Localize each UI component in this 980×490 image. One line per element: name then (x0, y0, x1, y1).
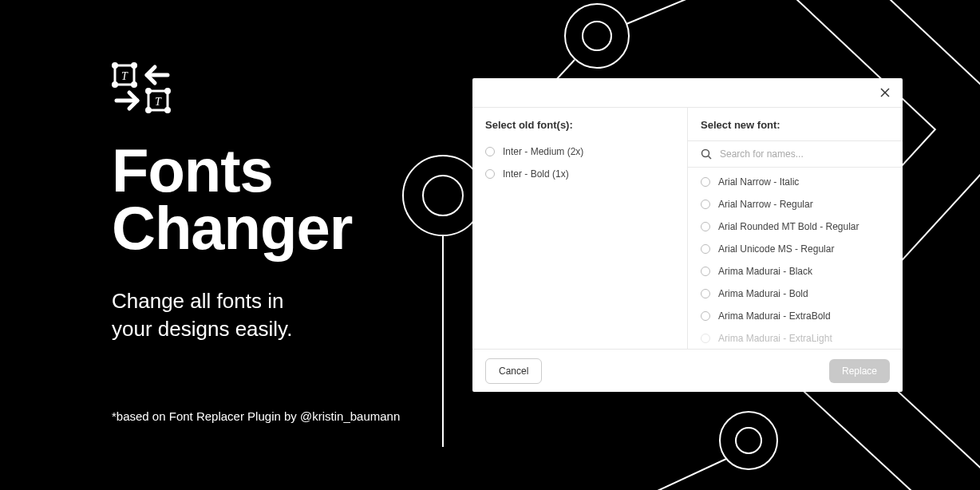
svg-text:T: T (155, 96, 162, 108)
close-button[interactable] (877, 85, 893, 101)
search-input[interactable] (720, 148, 890, 160)
old-font-item[interactable]: Inter - Medium (2x) (472, 140, 687, 163)
new-font-item[interactable]: Arial Rounded MT Bold - Regular (688, 215, 903, 238)
radio-icon (701, 244, 710, 254)
radio-icon (701, 289, 710, 298)
replace-button[interactable]: Replace (829, 359, 890, 383)
dialog-footer: Cancel Replace (472, 349, 903, 392)
new-font-item[interactable]: Arima Madurai - ExtraBold (688, 305, 903, 327)
app-subtitle: Change all fonts in your designs easily. (112, 287, 352, 343)
new-fonts-header: Select new font: (688, 108, 903, 141)
radio-icon (701, 200, 710, 209)
svg-point-8 (736, 428, 761, 453)
old-fonts-panel: Select old font(s): Inter - Medium (2x) … (472, 108, 688, 349)
subtitle-line-2: your designs easily. (112, 317, 292, 341)
svg-point-21 (166, 109, 170, 113)
svg-point-12 (113, 64, 117, 68)
svg-text:T: T (121, 70, 128, 82)
subtitle-line-1: Change all fonts in (112, 289, 283, 313)
radio-icon (485, 169, 495, 179)
radio-icon (701, 222, 710, 231)
new-font-item[interactable]: Arial Narrow - Italic (688, 171, 903, 193)
radio-icon (701, 334, 710, 343)
dialog-titlebar (472, 78, 903, 108)
old-fonts-list: Inter - Medium (2x) Inter - Bold (1x) (472, 140, 687, 349)
new-font-item[interactable]: Arima Madurai - Black (688, 260, 903, 283)
new-font-item[interactable]: Arial Unicode MS - Regular (688, 238, 903, 260)
fonts-changer-dialog: Select old font(s): Inter - Medium (2x) … (472, 78, 903, 392)
radio-icon (701, 267, 710, 276)
svg-point-4 (583, 22, 611, 50)
svg-point-7 (720, 412, 777, 469)
new-font-label: Arima Madurai - ExtraBold (718, 310, 831, 322)
radio-icon (701, 311, 710, 321)
new-font-label: Arial Narrow - Regular (718, 199, 813, 210)
hero-section: T T Fonts Changer Change all fonts in (112, 62, 352, 344)
svg-point-1 (423, 176, 463, 215)
svg-point-0 (403, 156, 483, 235)
cancel-button[interactable]: Cancel (485, 358, 542, 384)
app-title: Fonts Changer (112, 142, 352, 257)
search-icon (701, 148, 712, 160)
old-font-label: Inter - Medium (2x) (503, 146, 583, 157)
new-font-item[interactable]: Arima Madurai - ExtraLight (688, 327, 903, 344)
svg-point-18 (147, 89, 151, 93)
radio-icon (701, 177, 710, 187)
svg-point-20 (147, 109, 151, 113)
svg-point-3 (565, 4, 629, 68)
close-icon (880, 88, 890, 97)
new-fonts-list: Arial Narrow - Italic Arial Narrow - Reg… (688, 168, 903, 349)
old-font-item[interactable]: Inter - Bold (1x) (472, 163, 687, 185)
new-font-label: Arima Madurai - Black (718, 266, 812, 277)
svg-point-26 (702, 150, 709, 157)
svg-line-9 (614, 459, 726, 490)
dialog-body: Select old font(s): Inter - Medium (2x) … (472, 108, 903, 349)
radio-icon (485, 147, 495, 156)
new-font-label: Arial Rounded MT Bold - Regular (718, 221, 859, 232)
new-font-label: Arial Unicode MS - Regular (718, 243, 834, 255)
search-row (688, 141, 903, 168)
svg-point-15 (132, 83, 136, 87)
new-fonts-panel: Select new font: Arial Narrow - Italic (688, 108, 903, 349)
credit-text: *based on Font Replacer Plugin by @krist… (112, 409, 400, 423)
new-font-item[interactable]: Arial Narrow - Regular (688, 193, 903, 215)
app-logo-icon: T T (112, 62, 352, 118)
new-font-label: Arial Narrow - Italic (718, 176, 799, 188)
new-font-label: Arima Madurai - ExtraLight (718, 333, 832, 344)
new-font-label: Arima Madurai - Bold (718, 288, 808, 299)
old-fonts-header: Select old font(s): (472, 108, 687, 140)
svg-line-27 (709, 156, 712, 160)
svg-point-19 (166, 89, 170, 93)
old-font-label: Inter - Bold (1x) (503, 168, 569, 180)
svg-point-14 (113, 83, 117, 87)
svg-point-13 (132, 64, 136, 68)
new-font-item[interactable]: Arima Madurai - Bold (688, 283, 903, 305)
title-line-2: Changer (112, 194, 352, 262)
